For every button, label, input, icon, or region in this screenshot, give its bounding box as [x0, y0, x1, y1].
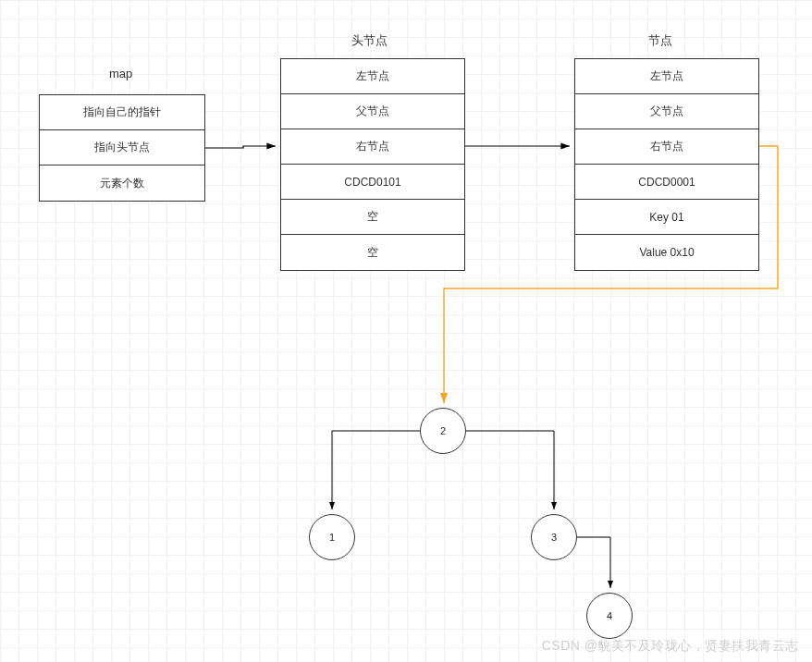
- head-node-box: 左节点 父节点 右节点 CDCD0101 空 空: [280, 58, 465, 271]
- tree-node-root: 2: [420, 408, 466, 454]
- watermark: CSDN @貌美不及玲珑心，贤妻扶我青云志: [542, 638, 799, 655]
- node-row-value: Value 0x10: [575, 235, 758, 270]
- node-row-parent: 父节点: [575, 94, 758, 129]
- tree-node-right: 3: [531, 514, 577, 560]
- map-title: map: [109, 67, 132, 80]
- head-row-value: 空: [281, 235, 464, 270]
- head-node-title: 头节点: [351, 32, 388, 49]
- map-row-self-pointer: 指向自己的指针: [40, 95, 204, 130]
- map-row-head-pointer: 指向头节点: [40, 130, 204, 166]
- tree-node-right-right: 4: [586, 593, 633, 639]
- tree-node-left: 1: [309, 514, 355, 560]
- node-row-key: Key 01: [575, 200, 758, 235]
- node-row-left: 左节点: [575, 59, 758, 94]
- head-row-flag: CDCD0101: [281, 165, 464, 200]
- map-box: 指向自己的指针 指向头节点 元素个数: [39, 94, 205, 202]
- head-row-parent: 父节点: [281, 94, 464, 129]
- head-row-key: 空: [281, 200, 464, 235]
- node-box: 左节点 父节点 右节点 CDCD0001 Key 01 Value 0x10: [574, 58, 759, 271]
- head-row-right: 右节点: [281, 129, 464, 165]
- head-row-left: 左节点: [281, 59, 464, 94]
- node-row-right: 右节点: [575, 129, 758, 165]
- node-row-flag: CDCD0001: [575, 165, 758, 200]
- map-row-count: 元素个数: [40, 166, 204, 201]
- node-title: 节点: [648, 32, 672, 49]
